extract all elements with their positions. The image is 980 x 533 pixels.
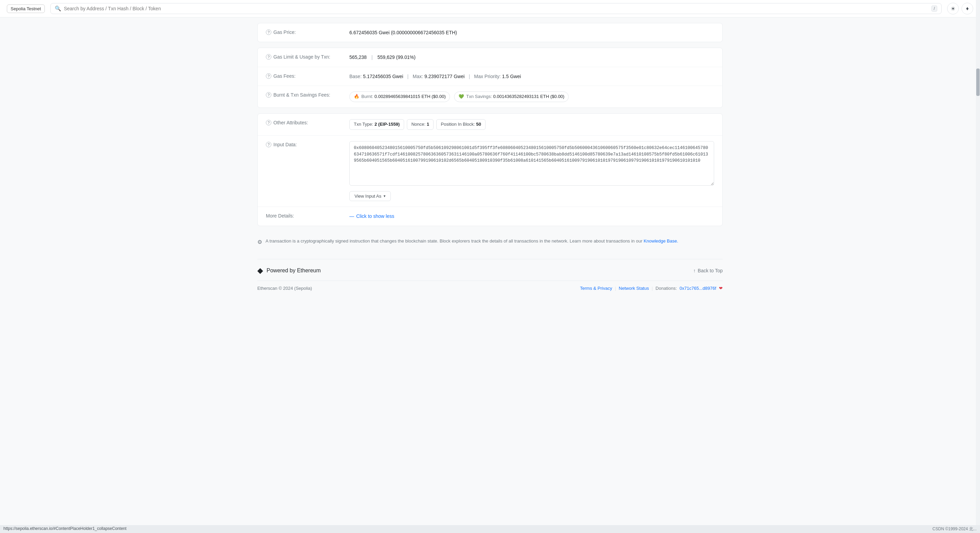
burnt-savings-label: ? Burnt & Txn Savings Fees: xyxy=(266,91,341,97)
footer-links: Terms & Privacy | Network Status | Donat… xyxy=(580,286,723,291)
gas-limit-help-icon[interactable]: ? xyxy=(266,54,271,60)
gas-price-card: ? Gas Price: 6.672456035 Gwei (0.0000000… xyxy=(257,23,723,42)
header-icons: ☀ ♦ xyxy=(947,3,973,14)
site-footer: Etherscan © 2024 (Sepolia) Terms & Priva… xyxy=(257,281,723,294)
main-content: ? Gas Price: 6.672456035 Gwei (0.0000000… xyxy=(250,23,730,294)
back-to-top-link[interactable]: ↑ Back to Top xyxy=(693,268,723,273)
other-attrs-card: ? Other Attributes: Txn Type: 2 (EIP-155… xyxy=(257,113,723,226)
burnt-savings-value: 🔥 Burnt: 0.00289465639841015 ETH ($0.00)… xyxy=(349,91,714,102)
more-details-value: — Click to show less xyxy=(349,212,714,220)
input-data-label: ? Input Data: xyxy=(266,141,341,147)
knowledge-base-link[interactable]: Knowledge Base. xyxy=(644,238,678,244)
savings-icon: 💚 xyxy=(458,93,464,101)
gas-fees-row: ? Gas Fees: Base: 5.172456035 Gwei | Max… xyxy=(258,67,722,86)
other-attributes-row: ? Other Attributes: Txn Type: 2 (EIP-155… xyxy=(258,114,722,136)
gas-fees-value: Base: 5.172456035 Gwei | Max: 9.23907217… xyxy=(349,73,714,80)
gas-fees-label: ? Gas Fees: xyxy=(266,73,341,79)
powered-by-label: ◆ Powered by Ethereum xyxy=(257,266,321,275)
heart-icon: ❤ xyxy=(719,286,723,291)
other-attributes-label: ? Other Attributes: xyxy=(266,119,341,125)
gas-price-label: ? Gas Price: xyxy=(266,29,341,35)
search-bar: 🔍 / xyxy=(50,3,942,14)
donations-address-link[interactable]: 0x71c765...d8976f xyxy=(679,286,716,291)
position-badge: Position In Block: 50 xyxy=(436,119,485,130)
terms-privacy-link[interactable]: Terms & Privacy xyxy=(580,286,612,291)
gas-limit-value: 565,238 | 559,629 (99.01%) xyxy=(349,53,714,61)
other-attributes-value: Txn Type: 2 (EIP-1559) Nonce: 1 Position… xyxy=(349,119,714,130)
gas-price-value: 6.672456035 Gwei (0.000000006672456035 E… xyxy=(349,29,714,36)
gas-price-row: ? Gas Price: 6.672456035 Gwei (0.0000000… xyxy=(258,23,722,42)
nonce-badge: Nonce: 1 xyxy=(407,119,434,130)
input-data-textarea[interactable]: 0x6080604052348015610005750fd5b506109298… xyxy=(349,141,714,186)
input-data-row: ? Input Data: 0x608060405234801561000575… xyxy=(258,136,722,207)
burnt-savings-row: ? Burnt & Txn Savings Fees: 🔥 Burnt: 0.0… xyxy=(258,86,722,108)
gas-fees-help-icon[interactable]: ? xyxy=(266,73,271,79)
input-data-help-icon[interactable]: ? xyxy=(266,142,271,147)
burnt-badge: 🔥 Burnt: 0.00289465639841015 ETH ($0.00) xyxy=(349,91,450,102)
chevron-down-icon: ▾ xyxy=(383,194,386,198)
other-attrs-card-body: ? Other Attributes: Txn Type: 2 (EIP-155… xyxy=(258,114,722,226)
burnt-savings-help-icon[interactable]: ? xyxy=(266,92,271,97)
search-icon: 🔍 xyxy=(55,5,61,12)
gear-icon: ⚙ xyxy=(257,239,262,245)
more-details-label: More Details: xyxy=(266,212,341,219)
scrollbar-track xyxy=(976,0,980,294)
gas-details-card: ? Gas Limit & Usage by Txn: 565,238 | 55… xyxy=(257,48,723,108)
scrollbar-thumb[interactable] xyxy=(976,69,980,96)
ethereum-diamond-icon: ◆ xyxy=(257,266,263,275)
search-input[interactable] xyxy=(64,6,929,11)
network-badge[interactable]: Sepolia Testnet xyxy=(7,5,45,13)
gas-price-card-body: ? Gas Price: 6.672456035 Gwei (0.0000000… xyxy=(258,23,722,42)
ethereum-icon-button[interactable]: ♦ xyxy=(961,3,973,14)
header: Sepolia Testnet 🔍 / ☀ ♦ xyxy=(0,0,980,18)
gas-limit-label: ? Gas Limit & Usage by Txn: xyxy=(266,53,341,60)
more-details-row: More Details: — Click to show less xyxy=(258,207,722,225)
gas-details-card-body: ? Gas Limit & Usage by Txn: 565,238 | 55… xyxy=(258,48,722,108)
powered-by-section: ◆ Powered by Ethereum ↑ Back to Top xyxy=(257,259,723,281)
show-less-link[interactable]: — Click to show less xyxy=(349,212,714,220)
other-attributes-help-icon[interactable]: ? xyxy=(266,120,271,125)
theme-toggle-button[interactable]: ☀ xyxy=(947,3,959,14)
gas-limit-row: ? Gas Limit & Usage by Txn: 565,238 | 55… xyxy=(258,48,722,67)
copyright-text: Etherscan © 2024 (Sepolia) xyxy=(257,286,312,291)
gas-price-help-icon[interactable]: ? xyxy=(266,29,271,35)
network-status-link[interactable]: Network Status xyxy=(619,286,649,291)
view-input-as-button[interactable]: View Input As ▾ xyxy=(349,191,391,201)
donations-label: Donations: xyxy=(655,286,677,291)
input-data-value: 0x6080604052348015610005750fd5b506109298… xyxy=(349,141,714,201)
fire-icon: 🔥 xyxy=(354,93,359,101)
info-footer: ⚙ A transaction is a cryptographically s… xyxy=(257,231,723,252)
txn-type-badge: Txn Type: 2 (EIP-1559) xyxy=(349,119,404,130)
savings-badge: 💚 Txn Savings: 0.00143635282493131 ETH (… xyxy=(454,91,569,102)
shortcut-badge: / xyxy=(931,5,937,12)
